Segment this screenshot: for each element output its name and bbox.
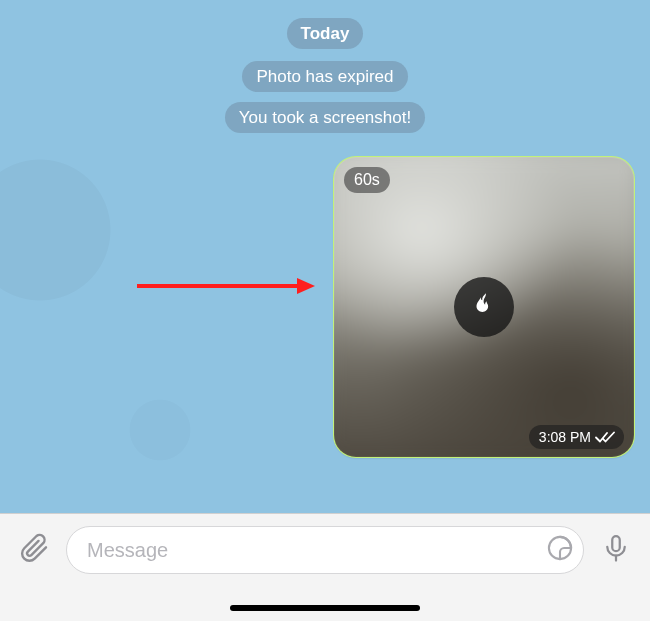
sticker-icon xyxy=(546,548,574,565)
system-message: You took a screenshot! xyxy=(225,102,425,133)
sticker-button[interactable] xyxy=(546,534,574,566)
message-field-wrap xyxy=(66,526,584,574)
home-indicator[interactable] xyxy=(230,605,420,611)
message-row-outgoing: 60s 3:08 PM xyxy=(16,157,634,457)
message-input-bar xyxy=(0,513,650,621)
flame-icon xyxy=(469,290,499,324)
message-timestamp-badge: 3:08 PM xyxy=(529,425,624,449)
attach-button[interactable] xyxy=(14,530,54,570)
date-separator: Today xyxy=(287,18,364,49)
self-destruct-timer-badge: 60s xyxy=(344,167,390,193)
view-once-button[interactable] xyxy=(454,277,514,337)
message-timestamp: 3:08 PM xyxy=(539,429,591,445)
chat-content: Today Photo has expired You took a scree… xyxy=(0,0,650,513)
message-input[interactable] xyxy=(66,526,584,574)
svg-rect-3 xyxy=(612,536,620,551)
system-message: Photo has expired xyxy=(242,61,407,92)
mic-icon xyxy=(601,533,631,567)
expiring-photo-bubble[interactable]: 60s 3:08 PM xyxy=(334,157,634,457)
read-checkmarks-icon xyxy=(595,431,615,443)
chat-background: Today Photo has expired You took a scree… xyxy=(0,0,650,513)
voice-message-button[interactable] xyxy=(596,530,636,570)
paperclip-icon xyxy=(18,532,50,568)
